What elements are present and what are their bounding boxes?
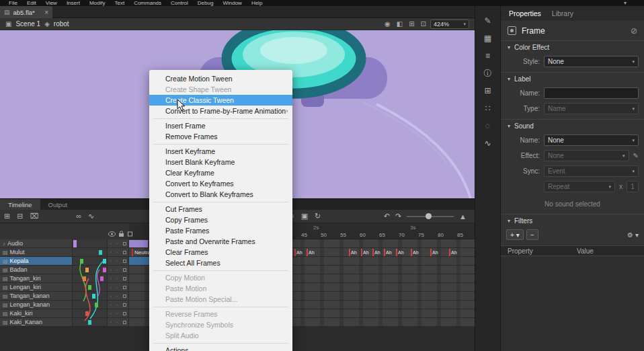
context-menu-item[interactable]: Create Classic Tween <box>149 95 292 106</box>
menubar-item[interactable]: Edit <box>22 0 41 6</box>
brush-icon[interactable]: ✎ <box>481 15 495 26</box>
style-select[interactable]: None ▾ <box>544 56 639 67</box>
context-menu-item[interactable] <box>149 305 292 309</box>
loop-icon[interactable]: ↻ <box>315 212 321 221</box>
tab-timeline[interactable]: Timeline <box>0 199 40 210</box>
swatches-icon[interactable]: ∷ <box>481 103 495 114</box>
info-icon[interactable]: ⓘ <box>481 68 495 79</box>
new-layer-icon[interactable]: ⊞ <box>4 212 10 221</box>
selected-frames[interactable] <box>129 257 149 265</box>
graph-icon[interactable]: ∿ <box>481 138 495 149</box>
edit-envelope-icon[interactable]: ✎ <box>633 152 639 159</box>
layer-toggles[interactable]: ·· <box>108 257 129 265</box>
audio-span[interactable] <box>129 240 148 247</box>
context-menu-item[interactable]: Insert Frame <box>149 120 292 131</box>
context-menu-item[interactable]: Actions <box>149 345 292 351</box>
menubar-item[interactable]: Text <box>110 0 129 6</box>
layer-toggles[interactable]: ·· <box>108 239 129 247</box>
layer-parenting-cell[interactable] <box>73 257 108 265</box>
layer-parenting-icon[interactable]: ∞ <box>76 212 81 221</box>
context-menu-item[interactable] <box>149 341 292 345</box>
menubar-item[interactable]: File <box>4 0 22 6</box>
menubar-item[interactable]: Debug <box>193 0 218 6</box>
section-filters[interactable]: ▾ Filters <box>501 214 644 227</box>
layer-toggles[interactable]: ·· <box>108 318 129 326</box>
context-menu-item[interactable] <box>149 142 292 146</box>
layer-toggles[interactable]: ·· <box>108 266 129 274</box>
menubar-item[interactable]: Insert <box>62 0 85 6</box>
remove-filter-button[interactable]: − <box>526 229 538 240</box>
layer-toggles[interactable]: ·· <box>108 292 129 300</box>
breadcrumb-scene[interactable]: Scene 1 <box>15 20 40 28</box>
menubar-item[interactable]: View <box>41 0 62 6</box>
layer-parenting-cell[interactable] <box>73 248 108 256</box>
new-folder-icon[interactable]: ⊟ <box>17 212 23 221</box>
zoom-select[interactable]: 424% ▾ <box>430 20 469 29</box>
context-menu-item[interactable]: Create Shape Tween <box>149 84 292 95</box>
context-menu-item[interactable]: Create Motion Tween <box>149 73 292 84</box>
context-menu-item[interactable]: Convert to Keyframes <box>149 178 292 189</box>
visibility-eye-icon[interactable] <box>108 231 116 237</box>
context-menu-item[interactable] <box>149 116 292 120</box>
layer-parenting-cell[interactable] <box>73 239 108 247</box>
layer-parenting-cell[interactable] <box>73 309 108 317</box>
context-menu-item[interactable]: Reverse Frames <box>149 309 292 319</box>
tab-output[interactable]: Output <box>40 199 76 210</box>
menubar-item[interactable]: Commands <box>129 0 166 6</box>
layer-parenting-cell[interactable] <box>73 266 108 274</box>
edit-multiple-frames-icon[interactable]: ▣ <box>301 212 308 221</box>
lasso-icon[interactable]: ◌ <box>481 120 495 131</box>
breadcrumb-symbol[interactable]: robot <box>54 20 69 28</box>
layer-parenting-cell[interactable] <box>73 274 108 282</box>
context-menu-item[interactable]: Split Audio <box>149 330 292 341</box>
context-menu-item[interactable] <box>149 268 292 272</box>
menubar-item[interactable]: Window <box>218 0 246 6</box>
frame-picker-icon[interactable]: ▦ <box>481 33 495 44</box>
context-menu-item[interactable]: Remove Frames <box>149 131 292 142</box>
workspace-caret-icon[interactable]: ▾ <box>624 0 636 6</box>
align-icon[interactable]: ≡ <box>481 50 495 61</box>
timeline-zoom-slider[interactable] <box>407 216 454 217</box>
lock-icon[interactable] <box>118 231 124 237</box>
section-sound[interactable]: ▾ Sound <box>501 120 644 132</box>
context-menu-item[interactable]: Clear Frames <box>149 247 292 258</box>
panel-options-icon[interactable]: ⊘ <box>631 26 637 36</box>
menubar-item[interactable]: Modify <box>85 0 110 6</box>
context-menu-item[interactable]: Convert to Frame-by-Frame Animation › <box>149 106 292 116</box>
layer-parenting-cell[interactable] <box>73 292 108 300</box>
tab-library[interactable]: Library <box>552 9 573 17</box>
layer-toggles[interactable]: ·· <box>108 309 129 317</box>
step-back-icon[interactable]: ↶ <box>384 212 390 221</box>
context-menu-item[interactable]: Convert to Blank Keyframes <box>149 189 292 200</box>
menubar-item[interactable]: Help <box>247 0 267 6</box>
layer-toggles[interactable]: ·· <box>108 248 129 256</box>
document-tab[interactable]: ▤ ab5.fla* × <box>0 6 52 18</box>
sound-name-select[interactable]: None ▾ <box>544 134 639 146</box>
clip-content-icon[interactable]: ⊡ <box>421 20 426 28</box>
delete-layer-icon[interactable]: ⌧ <box>30 212 38 221</box>
tab-properties[interactable]: Properties <box>509 9 541 17</box>
filter-options-gear-icon[interactable]: ⚙ <box>627 231 633 239</box>
close-tab-icon[interactable]: × <box>44 9 48 16</box>
context-menu-item[interactable]: Copy Frames <box>149 214 292 225</box>
add-filter-button[interactable]: + ▾ <box>506 229 524 240</box>
context-menu-item[interactable]: Clear Keyframe <box>149 167 292 178</box>
context-menu-item[interactable]: Copy Motion <box>149 272 292 283</box>
context-menu-item[interactable] <box>149 200 292 204</box>
graph-editor-icon[interactable]: ∿ <box>88 212 94 221</box>
layer-parenting-cell[interactable] <box>73 318 108 326</box>
context-menu-item[interactable]: Cut Frames <box>149 204 292 214</box>
context-menu-item[interactable]: Insert Blank Keyframe <box>149 157 292 167</box>
context-menu-item[interactable]: Paste and Overwrite Frames <box>149 236 292 247</box>
layer-toggles[interactable]: ·· <box>108 283 129 291</box>
center-stage-icon[interactable]: ⊞ <box>409 20 414 28</box>
context-menu-item[interactable]: Paste Motion Special... <box>149 294 292 305</box>
section-label[interactable]: ▾ Label <box>501 73 644 85</box>
layer-toggles[interactable]: ·· <box>108 274 129 282</box>
camera-icon[interactable]: ◉ <box>385 20 391 28</box>
layer-parenting-cell[interactable] <box>73 283 108 291</box>
menubar-item[interactable]: Control <box>166 0 193 6</box>
layer-parenting-cell[interactable] <box>73 301 108 309</box>
frame-label-input[interactable] <box>544 87 639 99</box>
fill-stage-icon[interactable]: ◧ <box>397 20 403 28</box>
